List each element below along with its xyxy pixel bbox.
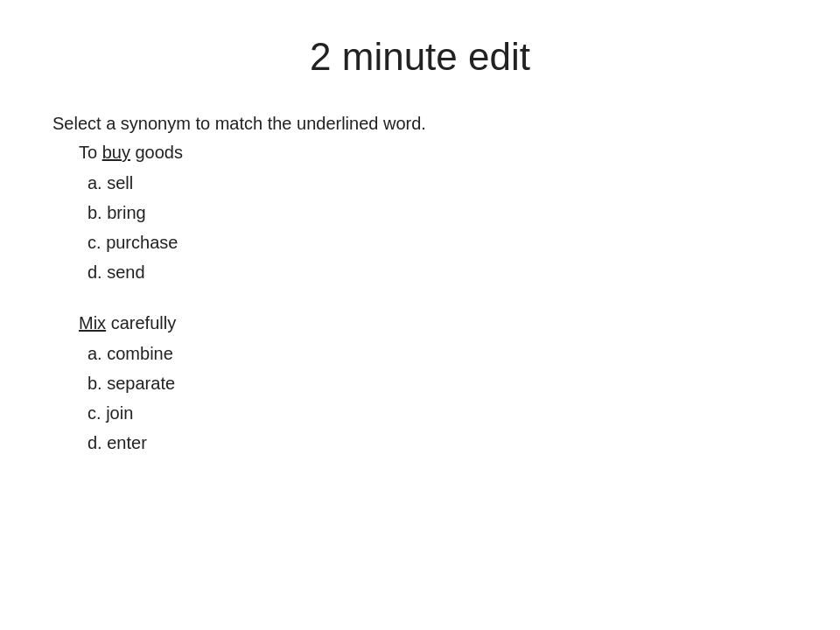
question-2: Mix carefully a. combine b. separate c. … bbox=[79, 313, 788, 458]
q1-option-d: d. send bbox=[88, 257, 788, 287]
page-title: 2 minute edit bbox=[52, 35, 788, 79]
q2-option-a: a. combine bbox=[88, 339, 788, 368]
q1-option-c: c. purchase bbox=[88, 228, 788, 257]
instructions-text: Select a synonym to match the underlined… bbox=[52, 114, 788, 134]
q1-underlined-word: buy bbox=[102, 143, 130, 162]
question-2-text: Mix carefully bbox=[79, 313, 788, 333]
question-1-text: To buy goods bbox=[79, 143, 788, 163]
q1-prefix: To bbox=[79, 143, 102, 162]
q2-option-c: c. join bbox=[88, 398, 788, 428]
q2-suffix: carefully bbox=[106, 313, 176, 332]
q2-option-d: d. enter bbox=[88, 428, 788, 458]
q2-option-b: b. separate bbox=[88, 368, 788, 398]
page: 2 minute edit Select a synonym to match … bbox=[0, 0, 840, 630]
question-1: To buy goods a. sell b. bring c. purchas… bbox=[79, 143, 788, 287]
q1-option-a: a. sell bbox=[88, 168, 788, 198]
q1-option-b: b. bring bbox=[88, 198, 788, 228]
q1-suffix: goods bbox=[130, 143, 183, 162]
q2-underlined-word: Mix bbox=[79, 313, 106, 332]
